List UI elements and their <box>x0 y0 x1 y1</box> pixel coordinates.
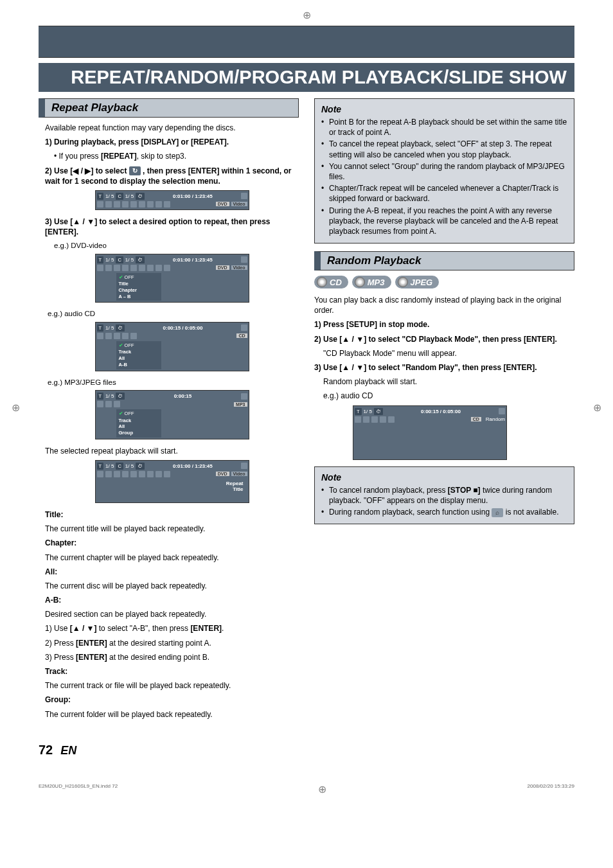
search-icon: ⌕ <box>492 508 503 517</box>
note-1-title: Note <box>321 104 567 114</box>
def-group-h: Group: <box>45 695 299 705</box>
def-chapter-h: Chapter: <box>45 538 299 548</box>
repeat-icon: ↻ <box>129 166 141 175</box>
section-repeat-playback: Repeat Playback <box>39 98 299 118</box>
crop-mark-bottom-icon: ⊕ <box>318 783 326 795</box>
section-random-playback: Random Playback <box>314 251 574 270</box>
eg-mp3: e.g.) MP3/JPEG files <box>48 378 299 388</box>
def-track-t: The current track or file will be played… <box>45 680 299 691</box>
page-number: 72EN <box>39 743 574 757</box>
eg-dvd: e.g.) DVD-video <box>54 241 299 251</box>
note2-item: To cancel random playback, press [STOP ■… <box>321 485 567 506</box>
random-step-2-sub: "CD Playback Mode" menu will appear. <box>314 348 574 359</box>
note-2-title: Note <box>321 472 567 483</box>
left-column: Repeat Playback Available repeat functio… <box>39 98 299 723</box>
badge-jpeg: JPEG <box>395 276 440 288</box>
badge-cd: CD <box>314 276 348 288</box>
def-group-t: The current folder will be played back r… <box>45 709 299 720</box>
def-ab-2: 2) Press [ENTER] at the desired starting… <box>45 638 299 648</box>
def-ab-h: A-B: <box>45 595 299 605</box>
def-title-h: Title: <box>45 509 299 520</box>
disc-icon <box>317 277 327 287</box>
step-1-note: • If you press [REPEAT], skip to step3. <box>45 151 299 161</box>
random-step-3-sub2: e.g.) audio CD <box>314 391 574 401</box>
note1-item: Point B for the repeat A-B playback shou… <box>321 117 567 137</box>
badge-mp3: MP3 <box>352 276 391 288</box>
osd-display-mp3-menu: T1/ 5 ⏱ 0:00:15 MP3 ✔ OFF Track All Grou… <box>95 390 249 439</box>
note-box-2: Note To cancel random playback, press [S… <box>314 466 574 525</box>
step-1: 1) During playback, press [DISPLAY] or [… <box>45 137 299 147</box>
note1-item: Chapter/Track repeat will be canceled wh… <box>321 183 567 204</box>
random-step-1: 1) Press [SETUP] in stop mode. <box>314 319 574 330</box>
media-badges: CD MP3 JPEG <box>314 276 574 288</box>
random-step-3-sub1: Random playback will start. <box>314 376 574 387</box>
note1-item: You cannot select "Group" during the ran… <box>321 161 567 182</box>
osd-display-random: T1/ 5 ⏱ 0:00:15 / 0:05:00 CD Random <box>353 405 507 460</box>
def-chapter-t: The current chapter will be played back … <box>45 553 299 563</box>
disc-icon <box>355 277 365 287</box>
def-ab-3: 3) Press [ENTER] at the desired ending p… <box>45 652 299 662</box>
note-box-1: Note Point B for the repeat A-B playback… <box>314 98 574 244</box>
def-track-h: Track: <box>45 666 299 677</box>
def-ab-t: Desired section can be played back repea… <box>45 609 299 619</box>
step-2: 2) Use [◀ / ▶] to select ↻ , then press … <box>45 166 299 186</box>
random-intro: You can play back a disc randomly instea… <box>314 295 574 315</box>
note1-item: To cancel the repeat playback, select "O… <box>321 139 567 159</box>
header-bar <box>39 26 574 58</box>
footer-timestamp: 2008/02/20 15:33:29 <box>528 783 574 795</box>
random-step-3: 3) Use [▲ / ▼] to select "Random Play", … <box>314 362 574 373</box>
right-column: Note Point B for the repeat A-B playback… <box>314 98 574 723</box>
osd-display-basic: T1/ 5 C1/ 5 ⏱ 0:01:00 / 1:23:45 DVDVideo <box>95 190 249 210</box>
osd-display-repeat-title: T1/ 5 C1/ 5 ⏱ 0:01:00 / 1:23:45 DVDVideo… <box>95 460 249 503</box>
def-all-h: All: <box>45 567 299 577</box>
chapter-title: REPEAT/RANDOM/PROGRAM PLAYBACK/SLIDE SHO… <box>39 63 574 92</box>
footer-metadata: E2M20UD_H2160SL9_EN.indd 72 ⊕ 2008/02/20… <box>39 783 574 795</box>
random-step-2: 2) Use [▲ / ▼] to select "CD Playback Mo… <box>314 334 574 344</box>
note2-item: During random playback, search function … <box>321 507 567 517</box>
eg-cd: e.g.) audio CD <box>48 309 299 319</box>
note1-item: During the A-B repeat, if you reaches th… <box>321 206 567 237</box>
def-all-t: The current disc will be played back rep… <box>45 581 299 591</box>
footer-filename: E2M20UD_H2160SL9_EN.indd 72 <box>39 783 118 795</box>
def-ab-1: 1) Use [▲ / ▼] to select "A-B", then pre… <box>45 623 299 633</box>
intro-text: Available repeat function may vary depen… <box>45 123 299 133</box>
step-3: 3) Use [▲ / ▼] to select a desired optio… <box>45 217 299 237</box>
selected-start: The selected repeat playback will start. <box>45 446 299 456</box>
osd-display-dvd-menu: T1/ 5 C1/ 5 ⏱ 0:01:00 / 1:23:45 DVDVideo… <box>95 254 249 303</box>
disc-icon <box>398 277 408 287</box>
def-title-t: The current title will be played back re… <box>45 524 299 534</box>
osd-display-cd-menu: T1/ 5 ⏱ 0:00:15 / 0:05:00 CD ✔ OFF Track… <box>95 322 249 371</box>
page-container: REPEAT/RANDOM/PROGRAM PLAYBACK/SLIDE SHO… <box>0 0 613 815</box>
